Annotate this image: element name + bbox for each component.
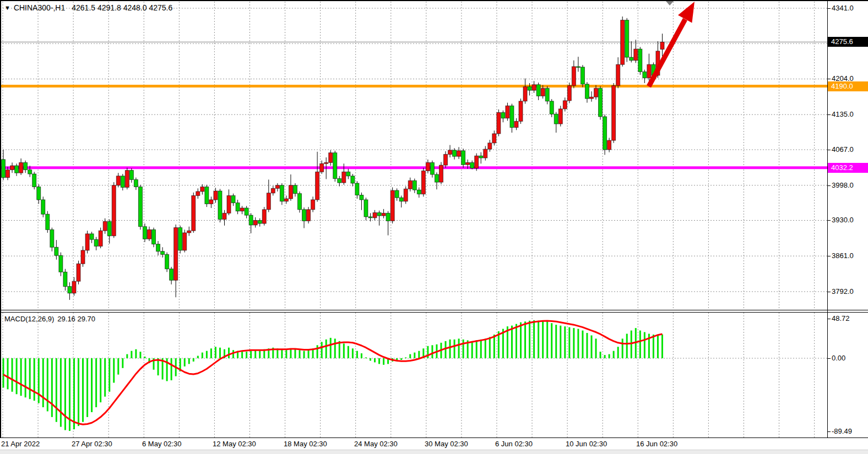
- axis-tick: [828, 8, 831, 9]
- time-axis-label: 10 Jun 02:30: [566, 440, 607, 448]
- candle-bullish: [209, 200, 213, 204]
- time-axis-label: 24 May 02:30: [354, 440, 398, 448]
- macd-name: MACD(12,26,9): [4, 315, 54, 323]
- candle-bearish: [360, 195, 364, 200]
- macd-histogram-bar: [361, 353, 362, 358]
- macd-histogram-bar: [171, 358, 172, 380]
- candle-bearish: [550, 101, 554, 114]
- candle-bearish: [298, 194, 302, 210]
- candle-bullish: [421, 171, 425, 194]
- macd-histogram-bar: [454, 340, 455, 358]
- candle-bullish: [634, 49, 638, 61]
- macd-histogram-bar: [511, 326, 513, 358]
- macd-histogram-bar: [352, 348, 354, 358]
- macd-histogram-bar: [109, 358, 110, 392]
- macd-histogram-bar: [197, 356, 199, 358]
- candle-bearish: [333, 153, 337, 179]
- main-chart-area[interactable]: [0, 0, 828, 310]
- macd-histogram-bar: [564, 326, 566, 358]
- candle-bullish: [390, 190, 394, 221]
- candle-bearish: [37, 187, 41, 200]
- macd-histogram-bar: [246, 352, 247, 358]
- candle-bullish: [589, 97, 593, 99]
- candle-bearish: [293, 185, 297, 194]
- time-axis-label: 6 Jun 02:30: [495, 440, 533, 448]
- candle-bearish: [134, 179, 138, 187]
- candle-bearish: [55, 247, 58, 255]
- candle-bullish: [506, 106, 509, 118]
- macd-histogram-bar: [86, 358, 88, 417]
- macd-histogram-bar: [568, 327, 570, 358]
- axis-tick: [828, 431, 831, 432]
- macd-histogram-bar: [56, 358, 57, 422]
- time-axis-label: 12 May 02:30: [213, 440, 256, 448]
- candle-bullish: [572, 67, 576, 86]
- trend-arrow-head[interactable]: [678, 2, 695, 23]
- panel-divider-handle[interactable]: [0, 309, 868, 313]
- macd-histogram-bar: [577, 329, 579, 358]
- candle-bearish: [280, 185, 284, 201]
- candle-bullish: [289, 185, 292, 199]
- candle-bearish: [368, 217, 372, 218]
- macd-histogram-bar: [661, 335, 663, 358]
- candle-bearish: [545, 88, 549, 101]
- macd-axis[interactable]: 48.720.00-89.49: [828, 313, 868, 437]
- candle-bearish: [178, 228, 182, 250]
- macd-histogram-bar: [365, 358, 367, 358]
- macd-histogram-bar: [546, 321, 548, 358]
- macd-histogram-bar: [493, 335, 495, 358]
- candle-bullish: [316, 172, 319, 200]
- candle-bearish: [50, 229, 54, 247]
- macd-histogram-bar: [533, 320, 535, 358]
- candle-bearish: [581, 67, 584, 84]
- bottom-scroll-strip[interactable]: [0, 450, 868, 454]
- macd-histogram-bar: [317, 345, 318, 358]
- time-axis-label: 30 May 02:30: [425, 440, 468, 448]
- macd-histogram-bar: [51, 358, 53, 417]
- candle-bearish: [170, 269, 173, 281]
- candle-bullish: [567, 86, 571, 101]
- axis-tick: [828, 114, 831, 115]
- macd-histogram-bar: [538, 321, 539, 358]
- candle-bearish: [41, 200, 45, 214]
- candle-bearish: [536, 85, 540, 96]
- candle-bullish: [284, 199, 288, 201]
- candle-bearish: [430, 162, 434, 174]
- candle-bearish: [528, 87, 531, 91]
- macd-histogram-bar: [285, 350, 287, 358]
- candle-bullish: [147, 229, 151, 239]
- object-anchor-icon[interactable]: [666, 1, 674, 6]
- candle-bearish: [603, 117, 607, 150]
- candle-bearish: [46, 214, 50, 229]
- price-axis-label: 4135.0: [832, 110, 854, 118]
- macd-histogram-bar: [321, 342, 323, 358]
- candle-bearish: [399, 198, 403, 201]
- macd-histogram-bar: [3, 358, 4, 387]
- candle-bullish: [484, 149, 487, 158]
- macd-histogram-bar: [82, 358, 84, 422]
- price-chart-svg: [0, 0, 827, 310]
- macd-histogram-bar: [582, 331, 583, 358]
- candle-bearish: [129, 171, 133, 180]
- axis-separator-line: [827, 1, 828, 437]
- candle-bullish: [616, 64, 620, 85]
- candle-bullish: [647, 64, 651, 78]
- price-axis-label: 3930.0: [832, 216, 854, 224]
- macd-histogram-bar: [259, 350, 261, 358]
- macd-panel-area[interactable]: [0, 313, 828, 437]
- macd-histogram-bar: [480, 340, 482, 358]
- candle-bullish: [444, 154, 448, 165]
- macd-histogram-bar: [639, 331, 641, 358]
- window-collapse-icon[interactable]: ▼: [4, 4, 10, 11]
- macd-histogram-bar: [78, 358, 79, 426]
- macd-histogram-bar: [29, 358, 31, 399]
- candle-bullish: [488, 143, 492, 149]
- macd-histogram-bar: [228, 348, 230, 358]
- time-axis[interactable]: 21 Apr 202227 Apr 02:306 May 02:3012 May…: [0, 438, 827, 450]
- macd-histogram-bar: [609, 354, 610, 358]
- macd-histogram-bar: [95, 358, 97, 407]
- macd-histogram-bar: [42, 358, 44, 407]
- trend-arrow-shaft[interactable]: [649, 19, 685, 86]
- macd-histogram-bar: [131, 351, 132, 358]
- candle-bearish: [364, 200, 368, 217]
